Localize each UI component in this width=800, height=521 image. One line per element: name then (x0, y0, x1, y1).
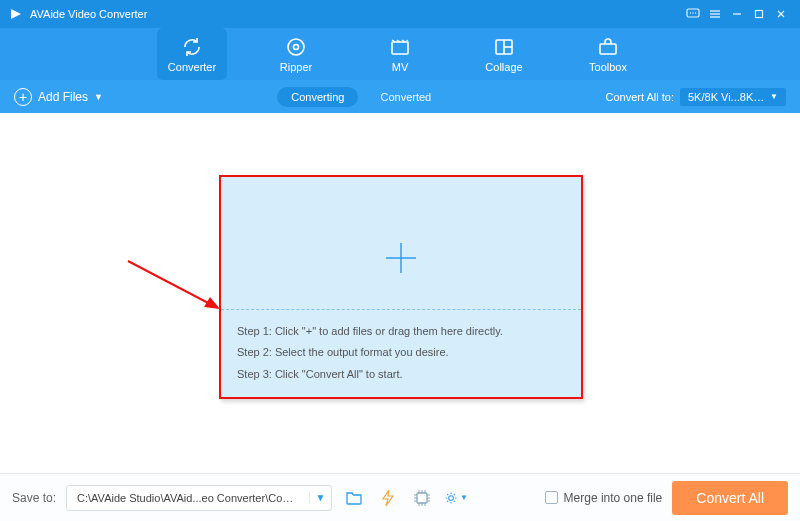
chevron-down-icon: ▼ (770, 92, 778, 101)
titlebar: AVAide Video Converter (0, 0, 800, 28)
nav-label: Converter (168, 61, 216, 73)
svg-marker-0 (11, 9, 21, 19)
save-to-label: Save to: (12, 491, 56, 505)
workspace: Step 1: Click "+" to add files or drag t… (0, 113, 800, 473)
add-files-button[interactable]: + Add Files ▼ (14, 88, 103, 106)
svg-point-2 (690, 12, 691, 13)
open-folder-button[interactable] (342, 486, 366, 510)
nav-label: MV (392, 61, 409, 73)
step-2-text: Step 2: Select the output format you des… (237, 342, 503, 363)
nav-mv[interactable]: MV (365, 28, 435, 80)
app-title: AVAide Video Converter (30, 8, 147, 20)
svg-rect-9 (756, 11, 763, 18)
drop-zone[interactable]: Step 1: Click "+" to add files or drag t… (219, 175, 583, 399)
plus-circle-icon: + (14, 88, 32, 106)
instructions: Step 1: Click "+" to add files or drag t… (237, 321, 503, 385)
nav-label: Toolbox (589, 61, 627, 73)
step-1-text: Step 1: Click "+" to add files or drag t… (237, 321, 503, 342)
svg-rect-24 (417, 493, 427, 503)
menu-icon[interactable] (704, 3, 726, 25)
svg-point-12 (288, 39, 304, 55)
checkbox-icon (545, 491, 558, 504)
tab-converting[interactable]: Converting (277, 87, 358, 107)
divider (221, 309, 581, 310)
app-logo-icon (8, 6, 24, 22)
main-nav: Converter Ripper MV Collage Toolbox (0, 28, 800, 80)
svg-point-13 (294, 44, 299, 49)
add-plus-icon[interactable] (382, 239, 420, 281)
convert-all-button[interactable]: Convert All (672, 481, 788, 515)
output-format-value: 5K/8K Vi...8K Video (688, 91, 766, 103)
svg-line-19 (128, 261, 212, 305)
speed-button[interactable] (376, 486, 400, 510)
nav-ripper[interactable]: Ripper (261, 28, 331, 80)
gpu-button[interactable] (410, 486, 434, 510)
close-icon[interactable] (770, 3, 792, 25)
nav-label: Collage (485, 61, 522, 73)
save-path-selector[interactable]: C:\AVAide Studio\AVAid...eo Converter\Co… (66, 485, 332, 511)
svg-point-37 (449, 495, 454, 500)
minimize-icon[interactable] (726, 3, 748, 25)
save-path-text: C:\AVAide Studio\AVAid...eo Converter\Co… (67, 492, 309, 504)
convert-all-to-label: Convert All to: (606, 91, 674, 103)
subbar: + Add Files ▼ Converting Converted Conve… (0, 80, 800, 113)
nav-converter[interactable]: Converter (157, 28, 227, 80)
footer: Save to: C:\AVAide Studio\AVAid...eo Con… (0, 473, 800, 521)
merge-checkbox[interactable]: Merge into one file (545, 491, 663, 505)
maximize-icon[interactable] (748, 3, 770, 25)
nav-toolbox[interactable]: Toolbox (573, 28, 643, 80)
svg-marker-23 (383, 490, 393, 506)
svg-point-4 (695, 12, 696, 13)
svg-point-3 (692, 12, 693, 13)
feedback-icon[interactable] (682, 3, 704, 25)
chevron-down-icon: ▼ (460, 493, 468, 502)
tab-converted[interactable]: Converted (380, 91, 431, 103)
chevron-down-icon: ▼ (309, 492, 331, 503)
svg-rect-18 (600, 44, 616, 54)
nav-collage[interactable]: Collage (469, 28, 539, 80)
svg-rect-14 (392, 42, 408, 54)
step-3-text: Step 3: Click "Convert All" to start. (237, 364, 503, 385)
merge-label: Merge into one file (564, 491, 663, 505)
chevron-down-icon: ▼ (94, 92, 103, 102)
annotation-arrow-icon (124, 257, 224, 317)
add-files-label: Add Files (38, 90, 88, 104)
nav-label: Ripper (280, 61, 312, 73)
output-format-selector[interactable]: 5K/8K Vi...8K Video ▼ (680, 88, 786, 106)
settings-button[interactable]: ▼ (444, 486, 468, 510)
